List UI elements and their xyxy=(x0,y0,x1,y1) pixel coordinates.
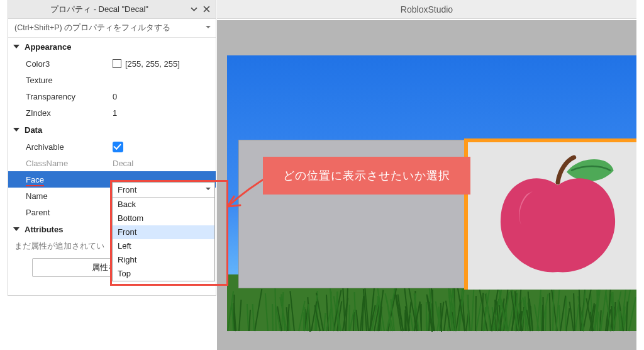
chevron-down-icon xyxy=(206,26,211,31)
face-option-back[interactable]: Back xyxy=(113,198,214,212)
face-dropdown[interactable]: Front BackBottomFrontLeftRightTop xyxy=(112,182,215,281)
prop-value: 1 xyxy=(113,108,117,118)
property-classname: ClassName Decal xyxy=(8,155,216,171)
viewport-title: RobloxStudio xyxy=(217,0,636,19)
property-filter-input[interactable]: (Ctrl+Shift+P) のプロパティをフィルタする xyxy=(8,19,216,38)
section-appearance-label: Appearance xyxy=(25,42,71,52)
panel-close-button[interactable] xyxy=(201,4,212,15)
filter-placeholder: (Ctrl+Shift+P) のプロパティをフィルタする xyxy=(14,23,170,33)
prop-value: [255, 255, 255] xyxy=(125,59,180,69)
chevron-down-icon xyxy=(13,227,19,231)
face-dropdown-value[interactable]: Front xyxy=(113,183,214,198)
face-option-right[interactable]: Right xyxy=(113,253,214,267)
property-archivable[interactable]: Archivable xyxy=(8,138,216,155)
face-option-bottom[interactable]: Bottom xyxy=(113,212,214,225)
prop-label: Color3 xyxy=(26,59,113,69)
decal-apple-graphic xyxy=(479,149,636,281)
prop-label: Parent xyxy=(26,208,113,217)
checkbox-checked-icon[interactable] xyxy=(113,142,123,152)
face-option-front[interactable]: Front xyxy=(113,225,214,239)
property-color3[interactable]: Color3 [255, 255, 255] xyxy=(8,55,216,72)
property-transparency[interactable]: Transparency 0 xyxy=(8,88,216,104)
prop-label: Name xyxy=(26,191,113,201)
prop-label: Archivable xyxy=(26,142,113,152)
chevron-down-icon xyxy=(13,45,19,48)
prop-label: Texture xyxy=(26,76,113,85)
panel-title-bar: プロパティ - Decal "Decal" xyxy=(8,0,216,19)
prop-value: 0 xyxy=(113,92,117,101)
prop-label: ClassName xyxy=(26,159,113,168)
section-appearance[interactable]: Appearance xyxy=(8,38,216,55)
annotation-callout: どの位置に表示させたいか選択 xyxy=(263,157,470,195)
panel-undock-button[interactable] xyxy=(188,4,199,15)
face-option-left[interactable]: Left xyxy=(113,239,214,253)
prop-label: ZIndex xyxy=(26,108,113,118)
prop-label: Face xyxy=(26,175,113,184)
panel-title-text: プロパティ - Decal "Decal" xyxy=(12,4,187,15)
prop-value: Decal xyxy=(113,159,133,168)
property-zindex[interactable]: ZIndex 1 xyxy=(8,104,216,121)
section-data[interactable]: Data xyxy=(8,121,216,138)
property-texture[interactable]: Texture xyxy=(8,72,216,88)
scene-decal-part[interactable] xyxy=(464,138,636,290)
color-swatch-icon xyxy=(113,59,121,68)
chevron-down-icon xyxy=(13,128,19,132)
face-option-top[interactable]: Top xyxy=(113,267,214,281)
section-attributes-label: Attributes xyxy=(25,225,63,234)
prop-label: Transparency xyxy=(26,92,113,101)
section-data-label: Data xyxy=(25,125,42,135)
